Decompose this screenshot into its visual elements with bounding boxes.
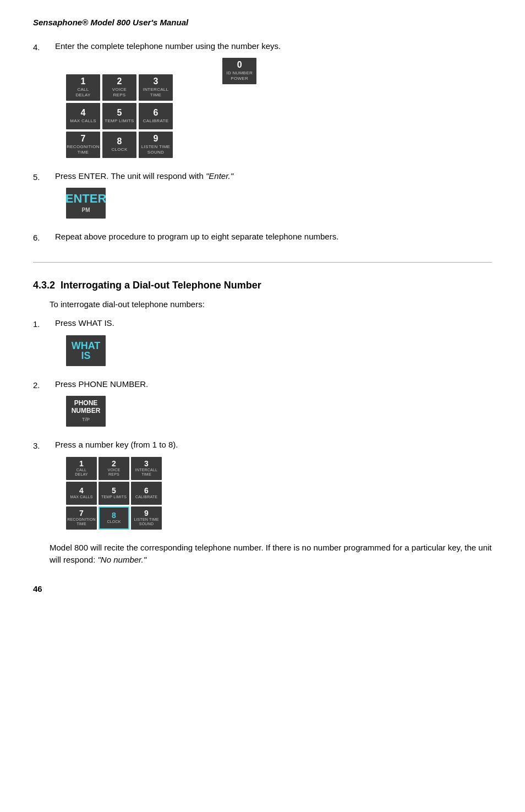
key-2-num: 2: [117, 77, 122, 86]
sub-step-2: 2. Press PHONE NUMBER. PHONENUMBER T/P: [33, 378, 492, 430]
key-6-num: 6: [154, 108, 158, 117]
key-0-num: 0: [237, 61, 242, 69]
sub-step-3-number: 3.: [33, 439, 55, 453]
key-7-label: RECOGNITIONTIME: [67, 144, 100, 155]
spacer-right: [259, 58, 293, 84]
sub-step-2-number: 2.: [33, 378, 55, 392]
section-title: Interrogating a Dial-out Telephone Numbe…: [61, 280, 261, 291]
sm-key-4-num: 4: [79, 487, 84, 494]
sm-key-1-num: 1: [79, 460, 84, 467]
section-heading: 4.3.2 Interrogating a Dial-out Telephone…: [33, 278, 492, 293]
enter-label: ENTER: [65, 193, 107, 205]
step-6-text: Repeat above procedure to program up to …: [55, 231, 492, 243]
step-5: 5. Press ENTER. The unit will respond wi…: [33, 170, 492, 222]
key-7-num: 7: [81, 134, 86, 143]
sm-key-9[interactable]: 9 LISTEN TIMESOUND: [131, 506, 162, 530]
key-3[interactable]: 3 INTERCALLTIME: [139, 74, 173, 101]
key-7[interactable]: 7 RECOGNITIONTIME: [66, 132, 100, 158]
enter-key[interactable]: ENTER PM: [66, 188, 106, 219]
sub-step-1-content: Press WHAT IS. WHAT IS: [55, 317, 492, 369]
step-6-number: 6.: [33, 231, 55, 244]
key-2[interactable]: 2 VOICEREPS: [102, 74, 136, 101]
key-9[interactable]: 9 LISTEN TIMESOUND: [139, 132, 173, 158]
sm-key-5[interactable]: 5 TEMP LIMITS: [99, 482, 129, 505]
sm-key-8-label: CLOCK: [107, 520, 121, 524]
key-5[interactable]: 5 TEMP LIMITS: [102, 103, 136, 129]
step-4-text: Enter the complete telephone number usin…: [55, 40, 492, 53]
key-5-label: TEMP LIMITS: [105, 118, 134, 124]
phone-number-key[interactable]: PHONENUMBER T/P: [66, 396, 106, 427]
sub-step-1-number: 1.: [33, 317, 55, 331]
spacer-left: [186, 58, 220, 84]
step-4-number: 4.: [33, 40, 55, 54]
closing-paragraph: Model 800 will recite the corresponding …: [50, 542, 492, 566]
key-3-label: INTERCALLTIME: [143, 87, 169, 97]
keypad-zero-row: 0 ID NUMBERPOWER: [186, 58, 293, 84]
step-4-content: Enter the complete telephone number usin…: [55, 40, 492, 161]
what-is-key[interactable]: WHAT IS: [66, 335, 106, 366]
sm-key-6[interactable]: 6 CALIBRATE: [131, 482, 162, 505]
sm-key-7-num: 7: [79, 509, 84, 517]
what-label: WHAT: [72, 341, 101, 351]
step-4: 4. Enter the complete telephone number u…: [33, 40, 492, 161]
is-label: IS: [81, 351, 90, 361]
sm-key-1[interactable]: 1 CALLDELAY: [66, 457, 97, 480]
key-3-num: 3: [154, 77, 158, 86]
phone-sub: T/P: [82, 416, 90, 424]
enter-sub: PM: [82, 206, 90, 214]
key-1-label: CALLDELAY: [75, 87, 90, 97]
key-9-num: 9: [154, 134, 158, 143]
key-4-label: MAX CALLS: [70, 118, 96, 124]
sm-key-7[interactable]: 7 RECOGNITIONTIME: [66, 506, 97, 530]
sm-key-7-label: RECOGNITIONTIME: [67, 517, 96, 527]
sub-step-2-text: Press PHONE NUMBER.: [55, 378, 492, 391]
sm-key-8[interactable]: 8 CLOCK: [99, 506, 129, 530]
sub-step-1: 1. Press WHAT IS. WHAT IS: [33, 317, 492, 369]
sm-key-3-label: INTERCALLTIME: [135, 468, 157, 477]
phone-label: PHONENUMBER: [72, 399, 101, 415]
page-header: Sensaphone® Model 800 User's Manual: [33, 17, 492, 29]
key-4[interactable]: 4 MAX CALLS: [66, 103, 100, 129]
step-5-number: 5.: [33, 170, 55, 184]
sm-key-2-label: VOICEREPS: [108, 468, 121, 477]
sm-key-8-num: 8: [112, 511, 116, 519]
key-8-label: CLOCK: [111, 147, 127, 152]
key-0-label: ID NUMBERPOWER: [226, 70, 253, 81]
sm-key-2[interactable]: 2 VOICEREPS: [99, 457, 129, 480]
sub-step-2-content: Press PHONE NUMBER. PHONENUMBER T/P: [55, 378, 492, 430]
header-title: Sensaphone® Model 800 User's Manual: [33, 18, 188, 27]
sub-step-3-content: Press a number key (from 1 to 8). 1 CALL…: [55, 439, 492, 533]
sm-key-9-num: 9: [144, 509, 149, 517]
sub-step-3-text: Press a number key (from 1 to 8).: [55, 439, 492, 451]
step-5-text: Press ENTER. The unit will respond with …: [55, 170, 492, 183]
key-9-label: LISTEN TIMESOUND: [141, 144, 171, 155]
step-5-quote: "Enter.": [206, 171, 233, 181]
sm-key-4[interactable]: 4 MAX CALLS: [66, 482, 97, 505]
closing-quote: "No number.": [98, 555, 146, 564]
section-intro: To interrogate dial-out telephone number…: [50, 298, 492, 311]
keypad-full: 1 CALLDELAY 2 VOICEREPS 3 INTERCALLTIME …: [66, 74, 173, 158]
sm-key-5-num: 5: [112, 487, 116, 494]
step-5-before: Press ENTER. The unit will respond with: [55, 171, 204, 181]
sm-key-9-label: LISTEN TIMESOUND: [134, 517, 158, 527]
sm-key-1-label: CALLDELAY: [75, 468, 88, 477]
step-6: 6. Repeat above procedure to program up …: [33, 231, 492, 249]
sub-step-3: 3. Press a number key (from 1 to 8). 1 C…: [33, 439, 492, 533]
key-2-label: VOICEREPS: [112, 87, 127, 97]
step-6-content: Repeat above procedure to program up to …: [55, 231, 492, 249]
section-divider: [33, 262, 492, 263]
key-8[interactable]: 8 CLOCK: [102, 132, 136, 158]
key-1[interactable]: 1 CALLDELAY: [66, 74, 100, 101]
sm-key-3-num: 3: [144, 460, 149, 467]
sm-key-4-label: MAX CALLS: [70, 495, 92, 499]
sm-key-6-num: 6: [144, 487, 149, 494]
key-6[interactable]: 6 CALIBRATE: [139, 103, 173, 129]
key-4-num: 4: [81, 108, 86, 117]
sm-key-3[interactable]: 3 INTERCALLTIME: [131, 457, 162, 480]
section-number: 4.3.2: [33, 280, 55, 291]
page-number: 46: [33, 583, 492, 596]
step-5-content: Press ENTER. The unit will respond with …: [55, 170, 492, 222]
sm-key-2-num: 2: [112, 460, 116, 467]
key-0[interactable]: 0 ID NUMBERPOWER: [222, 58, 256, 84]
key-5-num: 5: [117, 108, 122, 117]
